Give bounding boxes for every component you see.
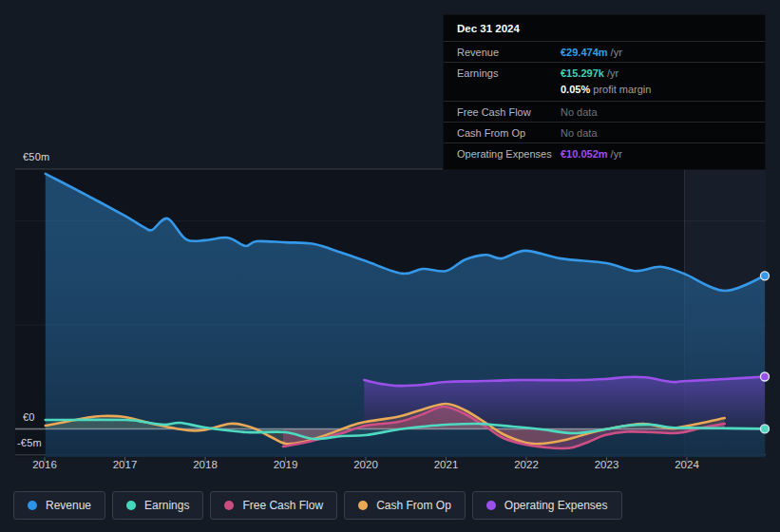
legend-item-cash-from-op[interactable]: Cash From Op: [344, 491, 466, 520]
revenue-value: €29.474m: [561, 47, 608, 58]
tooltip-row-cashop: Cash From Op No data: [444, 122, 765, 142]
x-axis-label: 2024: [675, 459, 699, 470]
tooltip-row-earnings: Earnings €15.297k /yr: [444, 62, 765, 83]
chart-legend: Revenue Earnings Free Cash Flow Cash Fro…: [13, 491, 622, 520]
y-axis-label: €0: [23, 411, 35, 423]
earnings-dot-icon: [126, 501, 136, 510]
y-axis-label: -€5m: [17, 437, 42, 448]
operating-expenses-dot-icon: [486, 501, 496, 510]
x-axis-label: 2021: [434, 459, 459, 470]
tooltip-row-fcf: Free Cash Flow No data: [444, 101, 765, 122]
tooltip-date: Dec 31 2024: [444, 15, 765, 41]
x-axis-label: 2023: [595, 459, 619, 470]
legend-item-operating-expenses[interactable]: Operating Expenses: [472, 491, 622, 520]
opex-value: €10.052m: [561, 148, 608, 160]
x-axis-label: 2017: [113, 459, 138, 470]
y-axis-label: €50m: [23, 151, 49, 162]
x-axis-label: 2022: [514, 459, 539, 470]
operating-expenses-endpoint-dot: [760, 372, 769, 381]
past-performance-chart: €50m€0-€5m 20162017201820192020202120222…: [0, 0, 780, 532]
earnings-endpoint-dot: [760, 425, 769, 433]
free-cash-flow-dot-icon: [224, 501, 234, 510]
revenue-endpoint-dot: [760, 272, 769, 280]
tooltip-row-revenue: Revenue €29.474m /yr: [444, 41, 765, 62]
legend-item-earnings[interactable]: Earnings: [112, 491, 203, 520]
earnings-value: €15.297k: [561, 67, 604, 79]
chart-tooltip: Dec 31 2024 Revenue €29.474m /yr Earning…: [443, 14, 766, 170]
legend-item-free-cash-flow[interactable]: Free Cash Flow: [210, 491, 337, 520]
revenue-dot-icon: [28, 501, 37, 510]
tooltip-profit-margin: 0.05% profit margin: [444, 83, 765, 101]
tooltip-row-opex: Operating Expenses €10.052m /yr: [444, 142, 765, 163]
x-axis-label: 2018: [193, 459, 218, 470]
cash-from-op-dot-icon: [358, 501, 368, 510]
legend-item-revenue[interactable]: Revenue: [13, 491, 105, 520]
x-axis-label: 2016: [32, 459, 57, 470]
x-axis-label: 2020: [353, 459, 378, 470]
x-axis-label: 2019: [274, 459, 298, 470]
